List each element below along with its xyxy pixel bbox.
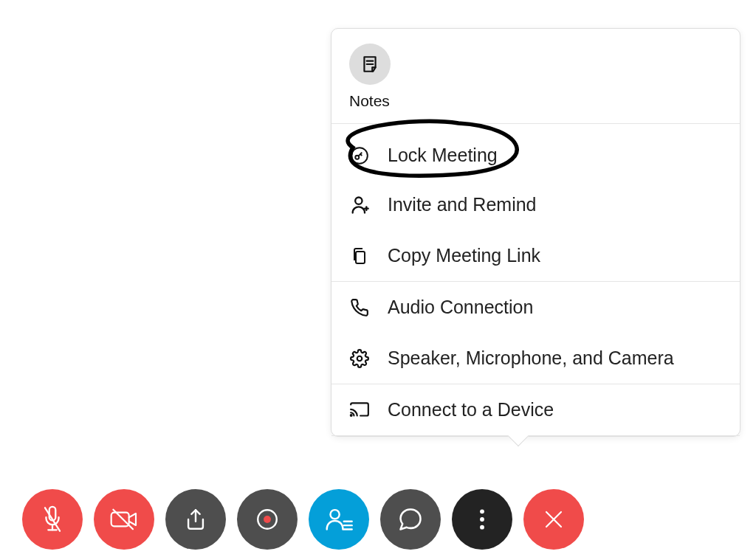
close-icon [543,508,565,530]
svg-rect-16 [111,513,129,527]
svg-point-10 [357,356,362,361]
record-button[interactable] [237,489,298,550]
chat-icon [397,506,424,533]
menu-section-1: Lock Meeting Invite and Remind [331,124,740,282]
mic-off-icon [39,505,66,534]
svg-point-11 [351,415,352,416]
share-icon [183,507,208,532]
menu-item-label: Connect to a Device [388,399,554,421]
menu-item-label: Lock Meeting [388,145,498,166]
popup-header: Notes [331,29,740,124]
participants-button[interactable] [309,489,369,550]
person-plus-icon [349,195,370,215]
svg-line-5 [360,153,362,155]
menu-item-lock-meeting[interactable]: Lock Meeting [331,124,740,179]
key-icon [349,145,370,166]
cast-icon [349,400,370,421]
meeting-toolbar [22,489,584,550]
record-icon [255,507,280,532]
menu-section-3: Connect to a Device [331,384,740,436]
more-options-popup: Notes Lock Meeting [331,28,740,437]
share-button[interactable] [165,489,226,550]
svg-point-26 [480,517,484,522]
menu-item-audio-connection[interactable]: Audio Connection [331,282,740,333]
more-icon [478,508,486,531]
menu-item-speaker-mic-camera[interactable]: Speaker, Microphone, and Camera [331,333,740,384]
stop-video-button[interactable] [94,489,154,550]
svg-point-20 [264,516,271,523]
menu-item-invite-remind[interactable]: Invite and Remind [331,179,740,230]
participants-icon [325,507,353,532]
svg-rect-9 [356,252,365,263]
more-options-button[interactable] [452,489,512,550]
chat-button[interactable] [380,489,441,550]
mute-button[interactable] [22,489,83,550]
notes-icon-circle [349,44,391,85]
menu-item-copy-link[interactable]: Copy Meeting Link [331,230,740,281]
notes-button[interactable]: Notes [349,44,722,110]
menu-item-label: Audio Connection [388,297,533,318]
notes-label: Notes [349,92,390,110]
menu-item-label: Speaker, Microphone, and Camera [388,347,674,369]
leave-button[interactable] [523,489,584,550]
menu-item-connect-device[interactable]: Connect to a Device [331,384,740,435]
svg-point-21 [330,510,339,519]
gear-icon [349,348,370,369]
menu-item-label: Copy Meeting Link [388,245,540,266]
svg-point-3 [355,155,359,159]
menu-section-2: Audio Connection Speaker, Microphone, an… [331,282,740,384]
svg-point-6 [355,197,362,204]
notes-icon [360,55,379,74]
svg-point-25 [480,509,484,513]
svg-point-27 [480,525,484,530]
menu-item-label: Invite and Remind [388,194,537,215]
phone-icon [349,297,370,318]
copy-icon [349,246,370,266]
camera-off-icon [109,508,139,531]
